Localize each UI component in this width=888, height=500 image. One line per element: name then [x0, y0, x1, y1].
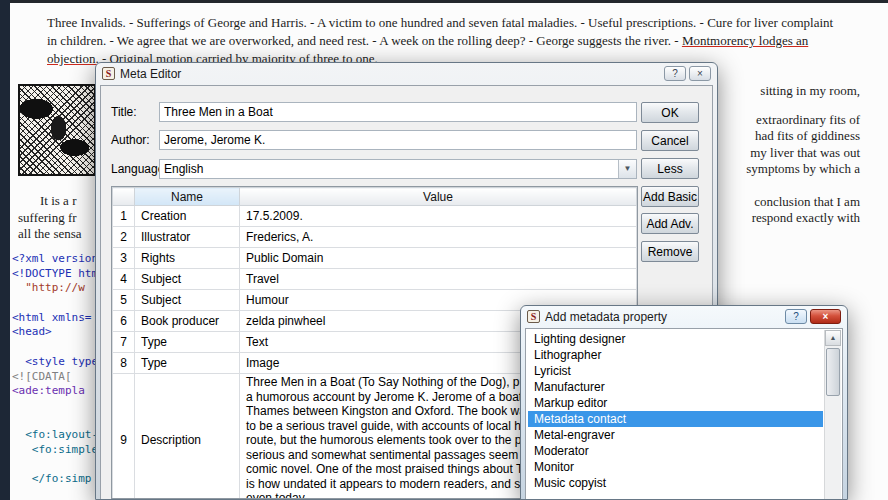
close-icon[interactable]: × — [689, 66, 711, 81]
row-number: 6 — [113, 311, 135, 332]
book-text-fragment: had fits of giddiness — [718, 128, 860, 144]
code-line: <![CDATA[ — [12, 370, 98, 385]
book-text-fragment: It is a r — [40, 193, 76, 209]
row-number: 9 — [113, 374, 135, 500]
book-text-fragment: my liver that was out — [718, 145, 860, 161]
book-text-fragment: all the sensa — [18, 226, 82, 242]
book-chapter-summary: Three Invalids. - Sufferings of George a… — [47, 14, 835, 68]
meta-value-cell[interactable]: Travel — [240, 269, 637, 290]
meta-editor-title: Meta Editor — [120, 67, 181, 81]
close-icon[interactable]: × — [810, 309, 841, 324]
window-controls: ? × — [785, 309, 841, 324]
meta-value-cell[interactable]: 17.5.2009. — [240, 206, 637, 227]
row-number: 4 — [113, 269, 135, 290]
left-edge-bar — [0, 0, 10, 500]
help-icon[interactable]: ? — [664, 66, 686, 81]
code-line: <ade:templa — [12, 384, 98, 399]
code-line — [12, 399, 98, 414]
meta-value-cell[interactable]: Frederics, A. — [240, 227, 637, 248]
meta-name-cell[interactable]: Creation — [135, 206, 240, 227]
book-text-fragment: conclusion that I am — [718, 194, 860, 210]
code-line — [12, 458, 98, 473]
name-column-header[interactable]: Name — [135, 188, 240, 206]
book-text-fragment: symptoms by which a — [718, 161, 860, 177]
top-edge-bar — [0, 0, 888, 3]
table-row[interactable]: 4 Subject Travel — [113, 269, 637, 290]
list-item[interactable]: Music copyist — [528, 475, 823, 491]
row-number: 2 — [113, 227, 135, 248]
add-basic-button[interactable]: Add Basic — [641, 186, 699, 207]
author-input[interactable] — [159, 130, 637, 150]
meta-name-cell[interactable]: Subject — [135, 290, 240, 311]
add-metadata-title: Add metadata property — [545, 310, 667, 324]
value-column-header[interactable]: Value — [240, 188, 637, 206]
list-item-selected[interactable]: Metadata contact — [528, 411, 823, 427]
row-number-header[interactable] — [113, 188, 135, 206]
table-row[interactable]: 1 Creation 17.5.2009. — [113, 206, 637, 227]
cancel-button[interactable]: Cancel — [641, 130, 699, 151]
code-line: <html xmlns= — [12, 311, 98, 326]
row-number: 3 — [113, 248, 135, 269]
code-line — [12, 414, 98, 429]
title-input[interactable] — [159, 102, 637, 122]
list-item[interactable]: Metal-engraver — [528, 427, 823, 443]
row-number: 8 — [113, 353, 135, 374]
code-line: <head> — [12, 325, 98, 340]
code-line: <style type — [12, 355, 98, 370]
code-line: <?xml version — [12, 252, 98, 267]
scroll-up-icon[interactable]: ▲ — [825, 330, 841, 346]
language-selected-value: English — [164, 162, 203, 176]
list-item[interactable]: Monitor — [528, 459, 823, 475]
screen: Three Invalids. - Sufferings of George a… — [0, 0, 888, 500]
author-label: Author: — [111, 133, 150, 147]
code-line: <fo:layout- — [12, 428, 98, 443]
meta-value-cell[interactable]: Public Domain — [240, 248, 637, 269]
meta-name-cell[interactable]: Type — [135, 353, 240, 374]
help-icon[interactable]: ? — [785, 309, 807, 324]
add-metadata-titlebar[interactable]: S Add metadata property ? × — [521, 306, 847, 327]
book-text-fragment: sitting in my room, — [718, 83, 860, 99]
meta-name-cell[interactable]: Description — [135, 374, 240, 500]
code-line: </fo:simp — [12, 472, 98, 487]
book-text-fragment: suffering fr — [18, 210, 77, 226]
code-line — [12, 340, 98, 355]
chapter-ornament-image — [18, 84, 96, 176]
meta-editor-titlebar[interactable]: S Meta Editor ? × — [96, 63, 717, 84]
list-item[interactable]: Lyricist — [528, 363, 823, 379]
window-controls: ? × — [664, 66, 711, 81]
meta-name-cell[interactable]: Rights — [135, 248, 240, 269]
code-line: "http://w — [12, 281, 98, 296]
list-item[interactable]: Lighting designer — [528, 331, 823, 347]
row-number: 1 — [113, 206, 135, 227]
meta-name-cell[interactable]: Subject — [135, 269, 240, 290]
code-editor-pane[interactable]: <?xml version <!DOCTYPE htm "http://w <h… — [12, 252, 98, 487]
code-line — [12, 296, 98, 311]
chevron-down-icon[interactable]: ▼ — [618, 160, 636, 178]
title-label: Title: — [111, 105, 137, 119]
add-metadata-body: Lighting designer Lithographer Lyricist … — [525, 328, 843, 499]
meta-name-cell[interactable]: Type — [135, 332, 240, 353]
list-item[interactable]: Moderator — [528, 443, 823, 459]
code-line: <fo:simple — [12, 443, 98, 458]
list-item[interactable]: Markup editor — [528, 395, 823, 411]
book-text-fragment: respond exactly with — [718, 210, 860, 226]
metadata-property-list[interactable]: Lighting designer Lithographer Lyricist … — [528, 331, 823, 499]
add-metadata-dialog: S Add metadata property ? × Lighting des… — [520, 305, 848, 500]
meta-name-cell[interactable]: Illustrator — [135, 227, 240, 248]
row-number: 7 — [113, 332, 135, 353]
row-number: 5 — [113, 290, 135, 311]
sigil-app-icon: S — [102, 67, 115, 80]
list-scrollbar[interactable]: ▲ — [824, 330, 841, 499]
book-text-fragment: extraordinary fits of — [718, 112, 860, 128]
remove-button[interactable]: Remove — [641, 241, 699, 262]
list-item[interactable]: Manufacturer — [528, 379, 823, 395]
ok-button[interactable]: OK — [641, 102, 699, 123]
add-adv-button[interactable]: Add Adv. — [641, 213, 699, 234]
scrollbar-thumb[interactable] — [826, 348, 840, 396]
table-row[interactable]: 2 Illustrator Frederics, A. — [113, 227, 637, 248]
language-select[interactable]: English ▼ — [159, 159, 637, 179]
less-button[interactable]: Less — [641, 158, 699, 179]
meta-name-cell[interactable]: Book producer — [135, 311, 240, 332]
list-item[interactable]: Lithographer — [528, 347, 823, 363]
table-row[interactable]: 3 Rights Public Domain — [113, 248, 637, 269]
